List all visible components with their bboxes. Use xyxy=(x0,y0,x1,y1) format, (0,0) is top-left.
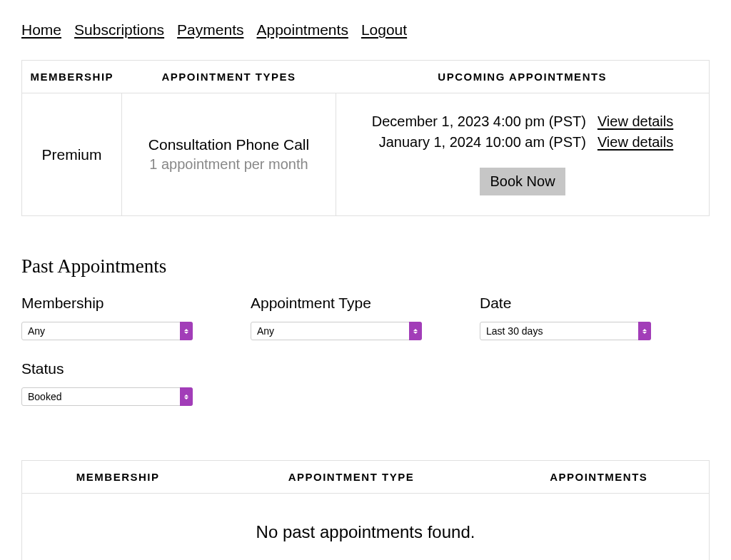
filter-status-select[interactable]: Booked xyxy=(21,387,193,406)
membership-value: Premium xyxy=(22,93,122,216)
nav-home[interactable]: Home xyxy=(21,21,61,39)
appointment-type-title: Consultation Phone Call xyxy=(131,136,327,153)
appointment-datetime: December 1, 2023 4:00 pm (PST) xyxy=(372,113,586,130)
past-filters: Membership Any Appointment Type Any Date… xyxy=(21,295,710,426)
th-upcoming: Upcoming Appointments xyxy=(336,61,710,93)
filter-status: Status Booked xyxy=(21,360,251,406)
past-appointments-heading: Past Appointments xyxy=(21,255,710,278)
past-appointments-table: Membership Appointment Type Appointments… xyxy=(21,460,710,560)
appointment-type-cell: Consultation Phone Call 1 appointment pe… xyxy=(122,93,336,216)
filter-appointment-type-select[interactable]: Any xyxy=(251,322,422,340)
memberships-table: Membership Appointment Types Upcoming Ap… xyxy=(21,60,710,216)
filter-date-label: Date xyxy=(480,295,709,312)
filter-membership-select[interactable]: Any xyxy=(21,322,193,340)
top-nav: Home Subscriptions Payments Appointments… xyxy=(21,21,710,39)
appointment-datetime: January 1, 2024 10:00 am (PST) xyxy=(372,134,586,151)
nav-subscriptions[interactable]: Subscriptions xyxy=(74,21,164,39)
upcoming-cell: December 1, 2023 4:00 pm (PST) View deta… xyxy=(336,93,710,216)
view-details-link[interactable]: View details xyxy=(598,134,673,151)
nav-payments[interactable]: Payments xyxy=(177,21,243,39)
appointment-type-subtitle: 1 appointment per month xyxy=(131,156,327,173)
filter-date-select[interactable]: Last 30 days xyxy=(480,322,651,340)
book-now-button[interactable]: Book Now xyxy=(480,168,565,195)
filter-membership: Membership Any xyxy=(21,295,251,340)
filter-appointment-type: Appointment Type Any xyxy=(251,295,480,340)
filter-status-label: Status xyxy=(21,360,251,377)
filter-membership-label: Membership xyxy=(21,295,251,312)
th-membership: Membership xyxy=(22,61,122,93)
nav-appointments[interactable]: Appointments xyxy=(256,21,348,39)
nav-logout[interactable]: Logout xyxy=(361,21,407,39)
past-empty-row: No past appointments found. xyxy=(22,494,710,561)
table-row: Premium Consultation Phone Call 1 appoin… xyxy=(22,93,710,216)
filter-date: Date Last 30 days xyxy=(480,295,709,340)
th-appointment-types: Appointment Types xyxy=(122,61,336,93)
upcoming-appointment-row: December 1, 2023 4:00 pm (PST) View deta… xyxy=(372,113,674,130)
past-th-membership: Membership xyxy=(22,461,214,494)
upcoming-appointment-row: January 1, 2024 10:00 am (PST) View deta… xyxy=(372,134,674,151)
past-th-appointment-type: Appointment Type xyxy=(213,461,488,494)
no-past-appointments-message: No past appointments found. xyxy=(22,494,710,561)
filter-appointment-type-label: Appointment Type xyxy=(251,295,480,312)
view-details-link[interactable]: View details xyxy=(598,113,673,130)
past-th-appointments: Appointments xyxy=(488,461,709,494)
